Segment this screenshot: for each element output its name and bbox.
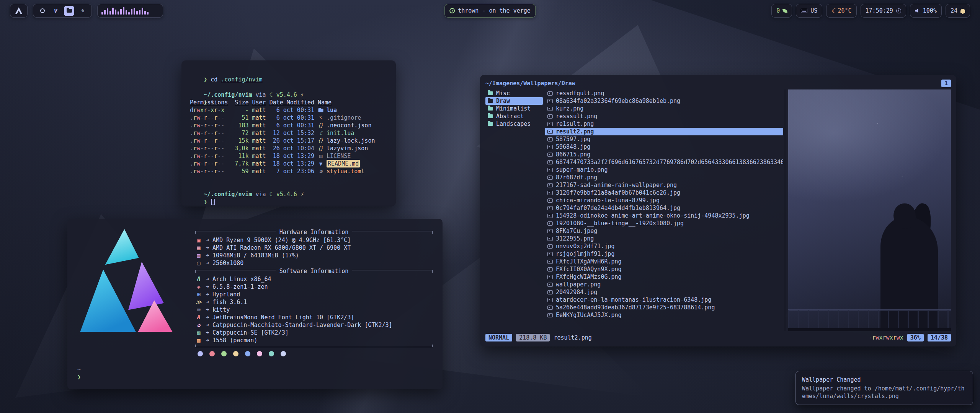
file-item[interactable]: resssult.png	[545, 112, 783, 120]
file-item[interactable]: ressdfgult.png	[545, 89, 783, 97]
software-rows: ➜ Arch Linux x86_64 ➜ 6.5.8-zen1-1-zen ➜…	[195, 275, 433, 344]
layout-label: US	[810, 7, 817, 14]
directory-item[interactable]: Misc	[485, 89, 543, 97]
preview-pane	[785, 89, 951, 331]
file-item-name: 866715.png	[556, 151, 590, 158]
file-item[interactable]: 587597.jpg	[545, 135, 783, 143]
workspace-circle[interactable]	[37, 6, 47, 16]
file-item[interactable]: re1sult.png	[545, 120, 783, 128]
file-name: lazyvim.json	[327, 145, 368, 152]
folder-icon	[488, 99, 493, 103]
shell-prompt: ❯	[204, 76, 207, 83]
notification-popup[interactable]: Wallpaper Changed Wallpaper changed to /…	[795, 371, 973, 405]
moon-icon	[831, 7, 835, 14]
file-date: 18 oct 13:29	[270, 160, 314, 167]
file-item[interactable]: 0c794faf07de24a4db4d4fb1eb813964.jpg	[545, 204, 783, 212]
file-item[interactable]: 68747470733a2f2f696d616765732d7769786d70…	[545, 158, 783, 166]
file-item-name: EeNKYgIUcAAJ5JX.png	[556, 312, 622, 319]
notification-widget[interactable]: 24	[946, 4, 970, 18]
hardware-rows: ➜ AMD Ryzen 9 5900X (24) @ 4.9GHz [61.3°…	[195, 236, 433, 267]
notification-count: 24	[951, 7, 957, 14]
file-name-cell: .gitignore	[318, 114, 387, 122]
file-owner: matt	[252, 122, 266, 129]
hardware-section-header: Hardware Information	[195, 228, 433, 236]
clock-widget[interactable]: 17:50:29	[861, 4, 906, 18]
directory-name: Misc	[496, 90, 510, 97]
image-file-icon	[547, 183, 553, 187]
image-file-icon	[547, 160, 553, 164]
file-item[interactable]: result2.png	[545, 128, 783, 135]
file-permissions: .rw-r--r--	[190, 122, 228, 129]
file-item[interactable]: 87r687df.png	[545, 174, 783, 181]
file-date: 6 oct 00:31	[270, 114, 314, 122]
file-date: 6 oct 00:31	[270, 106, 314, 114]
file-owner: matt	[252, 145, 266, 152]
fetch-value: Catppuccin-Macchiato-Standard-Lavender-D…	[212, 322, 392, 328]
directory-item[interactable]: Minimalist	[485, 105, 543, 112]
file-item-name: 08a634fa02a32364f69ebc86a98eb1eb.png	[556, 98, 680, 104]
file-item[interactable]: FXfcHgcWIAMzs0G.png	[545, 273, 783, 281]
file-date: 18 oct 13:29	[270, 152, 314, 160]
file-item[interactable]: 8FKa7Cu.jpeg	[545, 227, 783, 235]
fetch-value: 6.5.8-zen1-1-zen	[212, 283, 268, 290]
workspace-files[interactable]	[64, 6, 74, 16]
file-item[interactable]: 3126f7e9bbf21a8a4af0b67b041c6e26.jpg	[545, 189, 783, 197]
palette-dot	[257, 351, 262, 356]
file-item[interactable]: rsjqojlmjhf91.jpg	[545, 250, 783, 258]
workspaces: v	[33, 4, 92, 18]
status-filename: result2.png	[554, 334, 591, 341]
workspace-paint[interactable]	[77, 6, 88, 16]
file-item[interactable]: kurz.png	[545, 105, 783, 112]
tab-indicator[interactable]: 1	[941, 80, 951, 87]
file-owner: matt	[252, 114, 266, 122]
file-item[interactable]: nnvuv0xj2df71.jpg	[545, 242, 783, 250]
fetch-row: ➜ 1558 (pacman)	[195, 337, 433, 344]
arrow-icon: ➜	[206, 237, 209, 244]
directory-list: Misc Draw Minimalist Abstract Landscapes	[485, 89, 543, 331]
speaker-icon	[915, 8, 920, 13]
file-owner: matt	[252, 152, 266, 160]
file-owner: matt	[252, 137, 266, 145]
launcher-button[interactable]	[10, 4, 28, 18]
file-item[interactable]: 596848.jpg	[545, 143, 783, 151]
file-item[interactable]: chica-mirando-la-luna-8799.jpg	[545, 197, 783, 204]
file-item[interactable]: 3122955.png	[545, 235, 783, 242]
file-item[interactable]: 154928-odinokoe_anime-art-anime-okno-sin…	[545, 212, 783, 220]
file-item[interactable]: wallpaper.png	[545, 281, 783, 288]
temperature-widget[interactable]: 26°C	[826, 4, 856, 18]
file-item[interactable]: EeNKYgIUcAAJ5JX.png	[545, 311, 783, 319]
audio-visualizer[interactable]	[97, 4, 163, 18]
file-item-name: 0c794faf07de24a4db4d4fb1eb813964.jpg	[556, 205, 680, 211]
media-player-widget[interactable]: thrown - on the verge	[444, 4, 536, 18]
fetch-main: Hardware Information ➜ AMD Ryzen 9 5900X…	[77, 227, 433, 366]
file-item-name: FXfcII0X0AQyn9X.png	[556, 266, 622, 273]
divider	[352, 231, 433, 234]
file-item[interactable]: super-mario.png	[545, 166, 783, 174]
file-type-icon	[318, 115, 324, 121]
viz-bar	[115, 10, 116, 15]
file-item[interactable]: 08a634fa02a32364f69ebc86a98eb1eb.png	[545, 97, 783, 105]
file-item-name: 3122955.png	[556, 235, 594, 242]
file-item[interactable]: FXfcJlTXgAMvH6R.png	[545, 258, 783, 265]
file-item[interactable]: atardecer-en-la-montanas-ilustracion-634…	[545, 296, 783, 304]
file-item[interactable]: 217167-sad-anime-rain-wallpaper.png	[545, 181, 783, 189]
fetch-icon	[195, 276, 202, 283]
file-item[interactable]: FXfcII0X0AQyn9X.png	[545, 265, 783, 273]
viz-bar	[118, 11, 119, 15]
file-item[interactable]: 19201080-__blue-tinge__-1920×1080.jpg	[545, 220, 783, 227]
file-item[interactable]: 5a266e448add93deab367d87173e9f25-6837886…	[545, 304, 783, 311]
file-item[interactable]: 20492984.jpg	[545, 288, 783, 296]
directory-item[interactable]: Draw	[485, 97, 543, 105]
workspace-vim[interactable]: v	[51, 6, 61, 16]
fetch-info: Hardware Information ➜ AMD Ryzen 9 5900X…	[195, 227, 433, 366]
file-row: .rw-r--r-- 59 matt 7 oct 23:06 stylua.to…	[190, 167, 387, 175]
file-permissions: .rw-r--r--	[190, 129, 228, 137]
updates-widget[interactable]: 0	[771, 4, 792, 18]
scroll-percent: 36%	[907, 334, 924, 341]
file-item[interactable]: 866715.png	[545, 151, 783, 158]
directory-item[interactable]: Landscapes	[485, 120, 543, 128]
arrow-icon: ➜	[206, 283, 209, 290]
directory-item[interactable]: Abstract	[485, 112, 543, 120]
keyboard-layout-widget[interactable]: US	[796, 4, 822, 18]
volume-widget[interactable]: 100%	[910, 4, 942, 18]
